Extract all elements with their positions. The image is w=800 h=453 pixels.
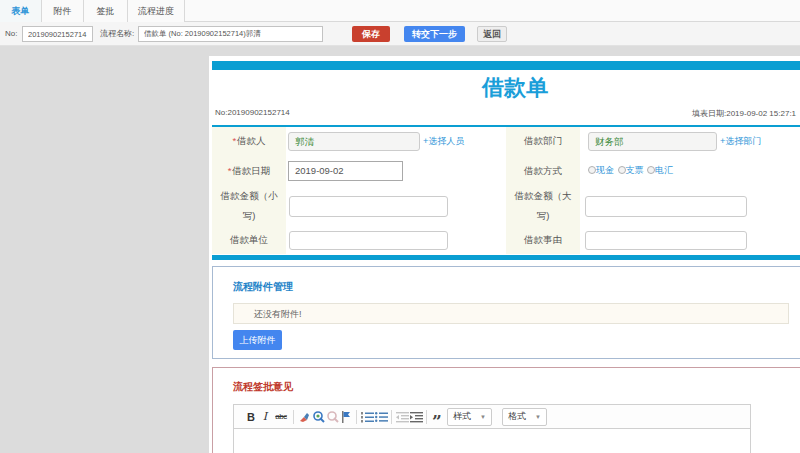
radio-check-icon[interactable] bbox=[618, 166, 626, 174]
reason-input[interactable] bbox=[585, 231, 747, 250]
unlink-icon[interactable] bbox=[325, 409, 339, 425]
dept-label: 借款部门 bbox=[506, 127, 580, 155]
toolbar-separator bbox=[293, 410, 294, 424]
radio-check-label: 支票 bbox=[626, 165, 644, 175]
unit-label: 借款单位 bbox=[212, 226, 286, 254]
header-blue-bar bbox=[212, 61, 800, 70]
reason-label: 借款事由 bbox=[506, 226, 580, 254]
required-asterisk: * bbox=[228, 165, 232, 176]
amount-big-input[interactable] bbox=[585, 196, 747, 217]
format-dropdown[interactable]: 格式▼ bbox=[502, 408, 547, 426]
caret-down-icon: ▼ bbox=[480, 414, 486, 420]
toolbar-separator bbox=[391, 410, 392, 424]
tab-bar: 表单 附件 签批 流程进度 bbox=[0, 0, 800, 22]
attachment-section: 流程附件管理 还没有附件! 上传附件 bbox=[212, 266, 800, 359]
back-button[interactable]: 返回 bbox=[477, 26, 507, 42]
link-icon[interactable] bbox=[311, 409, 325, 425]
tab-attachment[interactable]: 附件 bbox=[42, 0, 84, 22]
amount-big-label: 借款金额（大写) bbox=[506, 186, 580, 226]
toolbar-separator bbox=[426, 410, 427, 424]
document-no: No:20190902152714 bbox=[215, 108, 290, 117]
command-bar: No: 流程名称: 保存 转交下一步 返回 bbox=[0, 22, 800, 46]
unit-input[interactable] bbox=[289, 231, 448, 250]
flag-icon[interactable] bbox=[339, 409, 353, 425]
amount-small-label: 借款金额（小写) bbox=[212, 186, 286, 226]
select-dept-link[interactable]: +选择部门 bbox=[720, 136, 761, 146]
tab-form[interactable]: 表单 bbox=[0, 0, 42, 22]
form-panel: 借款单 No:20190902152714 填表日期:2019-09-02 15… bbox=[209, 56, 800, 453]
tab-approval[interactable]: 签批 bbox=[84, 0, 128, 22]
indent-icon[interactable] bbox=[409, 409, 423, 425]
tab-progress[interactable]: 流程进度 bbox=[128, 0, 185, 22]
required-asterisk: * bbox=[232, 135, 236, 146]
document-date: 填表日期:2019-09-02 15:27:1 bbox=[692, 108, 796, 119]
comment-editor: B I abc bbox=[233, 404, 751, 453]
forward-next-button[interactable]: 转交下一步 bbox=[404, 26, 465, 42]
strikethrough-icon[interactable]: abc bbox=[272, 409, 290, 425]
caret-down-icon: ▼ bbox=[535, 414, 541, 420]
loan-date-label-text: 借款日期 bbox=[232, 165, 270, 176]
borrower-input[interactable]: 郭清 bbox=[288, 132, 420, 151]
toolbar-separator bbox=[356, 410, 357, 424]
borrower-label: *借款人 bbox=[212, 127, 286, 155]
style-dropdown-label: 样式 bbox=[453, 410, 471, 423]
loan-date-label: *借款日期 bbox=[212, 155, 286, 186]
dept-input[interactable]: 财务部 bbox=[588, 132, 717, 151]
form-bottom-bar bbox=[212, 255, 800, 260]
process-name-label: 流程名称: bbox=[100, 22, 134, 46]
no-label: No: bbox=[5, 22, 17, 46]
style-dropdown[interactable]: 样式▼ bbox=[447, 408, 492, 426]
remove-format-icon[interactable] bbox=[297, 409, 311, 425]
attachment-empty-message: 还没有附件! bbox=[233, 303, 789, 324]
process-name-input[interactable] bbox=[138, 26, 323, 42]
bullet-list-icon[interactable] bbox=[374, 409, 388, 425]
radio-wire-label: 电汇 bbox=[655, 165, 673, 175]
no-input[interactable] bbox=[22, 26, 93, 42]
document-title: 借款单 bbox=[212, 70, 800, 104]
editor-content[interactable] bbox=[234, 429, 750, 453]
approval-section-title: 流程签批意见 bbox=[233, 380, 797, 394]
loan-form-table: *借款人 郭清+选择人员 借款部门 财务部+选择部门 *借款日期 2019-09… bbox=[212, 127, 800, 254]
attachment-section-title: 流程附件管理 bbox=[233, 280, 797, 294]
method-label: 借款方式 bbox=[506, 155, 580, 186]
upload-attachment-button[interactable]: 上传附件 bbox=[233, 330, 282, 350]
amount-small-input[interactable] bbox=[289, 196, 448, 217]
select-person-link[interactable]: +选择人员 bbox=[423, 136, 464, 146]
save-button[interactable]: 保存 bbox=[352, 26, 390, 42]
loan-date-input[interactable]: 2019-09-02 bbox=[288, 161, 403, 181]
bold-icon[interactable]: B bbox=[244, 409, 258, 425]
method-radio-check[interactable]: 支票 bbox=[618, 165, 644, 175]
method-radio-cash[interactable]: 现金 bbox=[588, 165, 614, 175]
italic-icon[interactable]: I bbox=[258, 409, 272, 425]
editor-toolbar: B I abc bbox=[234, 405, 750, 429]
borrower-label-text: 借款人 bbox=[237, 135, 266, 146]
blockquote-icon[interactable]: ” bbox=[430, 409, 444, 425]
outdent-icon[interactable] bbox=[395, 409, 409, 425]
format-dropdown-label: 格式 bbox=[508, 410, 526, 423]
radio-wire-icon[interactable] bbox=[647, 166, 655, 174]
doc-meta-row: No:20190902152714 填表日期:2019-09-02 15:27:… bbox=[212, 104, 800, 125]
approval-section: 流程签批意见 B I abc bbox=[212, 367, 800, 453]
ordered-list-icon[interactable] bbox=[360, 409, 374, 425]
radio-cash-label: 现金 bbox=[596, 165, 614, 175]
method-radio-wire[interactable]: 电汇 bbox=[647, 165, 673, 175]
radio-cash-icon[interactable] bbox=[588, 166, 596, 174]
